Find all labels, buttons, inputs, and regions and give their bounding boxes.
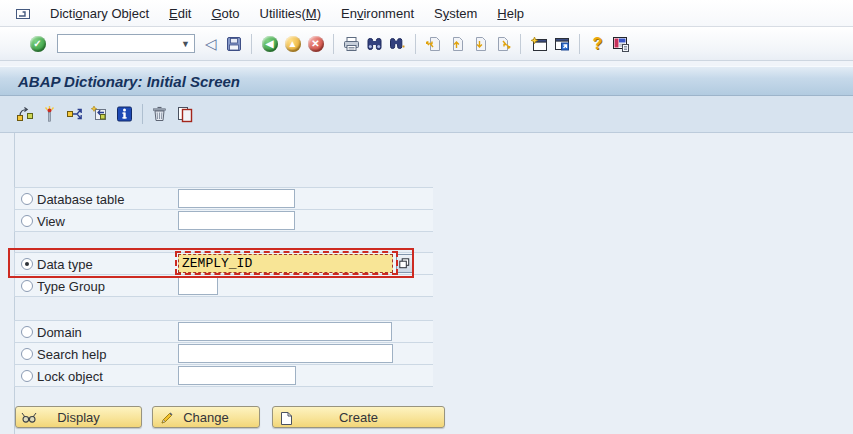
label-type-group: Type Group — [37, 279, 105, 294]
row-view: View — [15, 210, 433, 232]
radio-view[interactable] — [21, 215, 33, 227]
row-search-help: Search help — [15, 343, 433, 365]
application-toolbar — [0, 96, 853, 133]
label-database-table: Database table — [37, 192, 124, 207]
input-view[interactable] — [178, 211, 295, 230]
menu-edit[interactable]: Edit — [159, 1, 201, 26]
radio-database-table[interactable] — [21, 193, 33, 205]
command-dropdown-icon[interactable]: ▼ — [177, 39, 194, 49]
menu-utilities[interactable]: Utilities(M) — [250, 1, 331, 26]
input-lock-object[interactable] — [178, 366, 296, 385]
create-button-label: Create — [339, 410, 378, 425]
back-step-icon[interactable]: ◁ — [201, 34, 220, 53]
label-domain: Domain — [37, 325, 82, 340]
page-title: ABAP Dictionary: Initial Screen — [18, 73, 240, 90]
save-icon[interactable] — [224, 34, 243, 53]
menu-system[interactable]: System — [424, 1, 487, 26]
label-view: View — [37, 214, 65, 229]
menu-goto[interactable]: Goto — [201, 1, 249, 26]
glasses-icon — [21, 410, 37, 426]
object-group-tables: Database table View — [14, 187, 433, 232]
enter-icon[interactable]: ✓ — [28, 34, 47, 53]
forward-navigation-icon[interactable] — [65, 105, 84, 124]
print-icon[interactable] — [342, 34, 361, 53]
radio-type-group[interactable] — [21, 280, 33, 292]
radio-domain[interactable] — [21, 326, 33, 338]
find-icon[interactable] — [365, 34, 384, 53]
label-search-help: Search help — [37, 347, 106, 362]
value-help-icon[interactable] — [396, 254, 413, 273]
title-bar: ABAP Dictionary: Initial Screen — [0, 66, 853, 96]
row-domain: Domain — [15, 321, 433, 343]
find-next-icon[interactable] — [388, 34, 407, 53]
change-button-label: Change — [183, 410, 229, 425]
row-type-group: Type Group — [15, 275, 433, 297]
display-button[interactable]: Display — [15, 406, 142, 428]
create-button[interactable]: Create — [272, 406, 445, 428]
input-data-type[interactable] — [178, 254, 393, 273]
radio-lock-object[interactable] — [21, 370, 33, 382]
label-lock-object: Lock object — [37, 369, 103, 384]
label-data-type: Data type — [37, 257, 93, 272]
display-button-label: Display — [57, 410, 100, 425]
row-lock-object: Lock object — [15, 365, 433, 387]
previous-page-icon[interactable] — [447, 34, 466, 53]
new-session-icon[interactable] — [529, 34, 548, 53]
row-data-type: Data type — [15, 253, 433, 275]
main-content: Database table View Data type — [0, 133, 853, 434]
object-group-types: Data type Type Group — [14, 252, 433, 297]
new-page-icon — [278, 410, 294, 426]
input-domain[interactable] — [178, 322, 392, 341]
cancel-icon[interactable]: ✕ — [306, 34, 325, 53]
menu-bar: Dictionary Object Edit Goto Utilities(M)… — [0, 0, 853, 27]
input-database-table[interactable] — [178, 189, 295, 208]
where-used-list-icon[interactable] — [15, 105, 34, 124]
back-icon[interactable]: ◀ — [260, 34, 279, 53]
next-page-icon[interactable] — [470, 34, 489, 53]
exit-icon[interactable]: ▲ — [283, 34, 302, 53]
menu-dictionary-object[interactable]: Dictionary Object — [40, 1, 159, 26]
change-button[interactable]: Change — [152, 406, 260, 428]
object-group-other: Domain Search help Lock object — [14, 320, 433, 387]
row-database-table: Database table — [15, 188, 433, 210]
menu-environment[interactable]: Environment — [331, 1, 424, 26]
analysis-icon[interactable] — [90, 105, 109, 124]
command-input[interactable] — [58, 36, 177, 51]
radio-search-help[interactable] — [21, 348, 33, 360]
last-page-icon[interactable] — [493, 34, 512, 53]
command-field: ▼ — [57, 34, 195, 53]
first-page-icon[interactable] — [424, 34, 443, 53]
radio-data-type[interactable] — [21, 258, 33, 270]
input-type-group[interactable] — [178, 276, 218, 295]
help-icon[interactable]: ? — [588, 34, 607, 53]
customize-layout-icon[interactable] — [611, 34, 630, 53]
pencil-icon — [158, 410, 174, 426]
control-menu-icon[interactable] — [14, 5, 32, 21]
information-icon[interactable] — [115, 105, 134, 124]
input-search-help[interactable] — [178, 344, 393, 363]
copy-icon[interactable] — [175, 105, 194, 124]
activate-wand-icon[interactable] — [40, 105, 59, 124]
standard-toolbar: ✓ ▼ ◁ ◀ ▲ ✕ — [0, 27, 853, 61]
menu-help[interactable]: Help — [487, 1, 534, 26]
delete-icon[interactable] — [150, 105, 169, 124]
create-shortcut-icon[interactable] — [552, 34, 571, 53]
sap-gui-window: Dictionary Object Edit Goto Utilities(M)… — [0, 0, 853, 434]
